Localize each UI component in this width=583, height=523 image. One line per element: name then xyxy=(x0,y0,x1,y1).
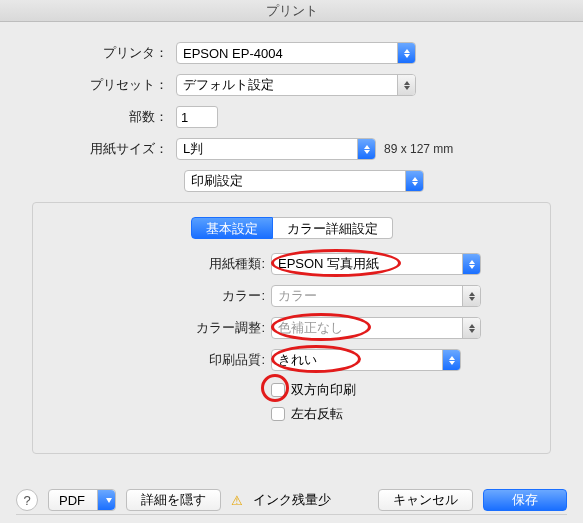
quality-value: きれい xyxy=(272,351,442,369)
bidi-label: 双方向印刷 xyxy=(291,381,356,399)
section-value: 印刷設定 xyxy=(185,172,405,190)
mirror-label: 左右反転 xyxy=(291,405,343,423)
chevron-updown-icon xyxy=(357,139,375,159)
details-label: 詳細を隠す xyxy=(141,491,206,509)
paper-type-label: 用紙種類: xyxy=(33,255,271,273)
printer-select[interactable]: EPSON EP-4004 xyxy=(176,42,416,64)
paper-size-note: 89 x 127 mm xyxy=(384,142,453,156)
copies-input[interactable] xyxy=(176,106,218,128)
color-label: カラー: xyxy=(33,287,271,305)
chevron-updown-icon xyxy=(397,75,415,95)
chevron-updown-icon xyxy=(462,254,480,274)
chevron-updown-icon xyxy=(442,350,460,370)
paper-size-select[interactable]: L判 xyxy=(176,138,376,160)
section-select[interactable]: 印刷設定 xyxy=(184,170,424,192)
warning-icon: ⚠ xyxy=(231,493,243,508)
chevron-updown-icon xyxy=(405,171,423,191)
preset-label: プリセット： xyxy=(16,76,176,94)
chevron-updown-icon xyxy=(462,286,480,306)
paper-type-select[interactable]: EPSON 写真用紙 xyxy=(271,253,481,275)
chevron-down-icon xyxy=(106,498,112,503)
chevron-updown-icon xyxy=(462,318,480,338)
cancel-label: キャンセル xyxy=(393,491,458,509)
cancel-button[interactable]: キャンセル xyxy=(378,489,473,511)
mirror-checkbox[interactable] xyxy=(271,407,285,421)
color-adjust-label: カラー調整: xyxy=(33,319,271,337)
printer-value: EPSON EP-4004 xyxy=(177,46,397,61)
footer: ? PDF 詳細を隠す ⚠ インク残量少 キャンセル 保存 xyxy=(0,489,583,511)
tabs: 基本設定 カラー詳細設定 xyxy=(33,217,550,239)
paper-size-label: 用紙サイズ： xyxy=(16,140,176,158)
copies-label: 部数： xyxy=(16,108,176,126)
tab-basic[interactable]: 基本設定 xyxy=(191,217,273,239)
save-label: 保存 xyxy=(512,491,538,509)
tab-advanced[interactable]: カラー詳細設定 xyxy=(273,217,393,239)
quality-label: 印刷品質: xyxy=(33,351,271,369)
color-adjust-value: 色補正なし xyxy=(272,319,462,337)
preset-value: デフォルト設定 xyxy=(177,76,397,94)
divider xyxy=(16,514,567,515)
bidi-checkbox[interactable] xyxy=(271,383,285,397)
paper-type-value: EPSON 写真用紙 xyxy=(272,255,462,273)
save-button[interactable]: 保存 xyxy=(483,489,567,511)
details-button[interactable]: 詳細を隠す xyxy=(126,489,221,511)
color-select: カラー xyxy=(271,285,481,307)
chevron-updown-icon xyxy=(397,43,415,63)
color-adjust-select: 色補正なし xyxy=(271,317,481,339)
pdf-label: PDF xyxy=(59,493,85,508)
quality-select[interactable]: きれい xyxy=(271,349,461,371)
window-title: プリント xyxy=(0,0,583,22)
settings-panel: 基本設定 カラー詳細設定 用紙種類: EPSON 写真用紙 カラー: カラー カ… xyxy=(32,202,551,454)
printer-label: プリンタ： xyxy=(16,44,176,62)
help-button[interactable]: ? xyxy=(16,489,38,511)
pdf-menu-button[interactable]: PDF xyxy=(48,489,116,511)
paper-size-value: L判 xyxy=(177,140,357,158)
color-value: カラー xyxy=(272,287,462,305)
preset-select[interactable]: デフォルト設定 xyxy=(176,74,416,96)
dialog-body: プリンタ： EPSON EP-4004 プリセット： デフォルト設定 部数： 用… xyxy=(0,22,583,523)
ink-warning-text: インク残量少 xyxy=(253,491,331,509)
